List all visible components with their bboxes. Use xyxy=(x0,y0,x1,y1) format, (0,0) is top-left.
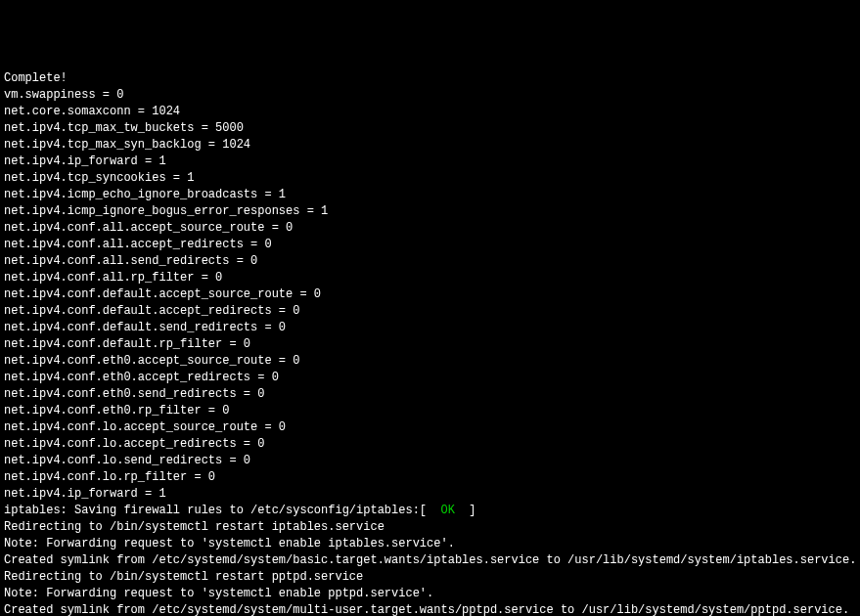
iptables-suffix: ] xyxy=(455,504,476,517)
terminal-line: net.ipv4.conf.all.accept_source_route = … xyxy=(4,220,860,237)
terminal-line: vm.swappiness = 0 xyxy=(4,87,860,104)
terminal-line: net.ipv4.tcp_max_syn_backlog = 1024 xyxy=(4,137,860,154)
terminal-line: net.ipv4.ip_forward = 1 xyxy=(4,486,860,503)
terminal-line: net.ipv4.conf.lo.send_redirects = 0 xyxy=(4,453,860,469)
terminal-line: net.ipv4.conf.eth0.accept_source_route =… xyxy=(4,353,860,370)
terminal-line: Note: Forwarding request to 'systemctl e… xyxy=(4,586,860,602)
terminal-line: net.ipv4.tcp_max_tw_buckets = 5000 xyxy=(4,120,860,137)
terminal-line: Note: Forwarding request to 'systemctl e… xyxy=(4,536,860,552)
terminal-line: Complete! xyxy=(4,70,860,87)
terminal-line: net.ipv4.conf.default.accept_source_rout… xyxy=(4,286,860,303)
terminal-line: Created symlink from /etc/systemd/system… xyxy=(4,552,860,569)
terminal-line: net.ipv4.conf.all.send_redirects = 0 xyxy=(4,253,860,270)
terminal-line: Redirecting to /bin/systemctl restart ip… xyxy=(4,519,860,536)
terminal-line: net.ipv4.icmp_echo_ignore_broadcasts = 1 xyxy=(4,187,860,203)
terminal-line: net.ipv4.conf.default.send_redirects = 0 xyxy=(4,320,860,336)
terminal-line: net.ipv4.icmp_ignore_bogus_error_respons… xyxy=(4,203,860,220)
terminal-line: net.ipv4.conf.eth0.send_redirects = 0 xyxy=(4,386,860,403)
terminal-line: net.ipv4.conf.all.rp_filter = 0 xyxy=(4,270,860,286)
terminal-line: net.ipv4.tcp_syncookies = 1 xyxy=(4,170,860,187)
terminal-line: Created symlink from /etc/systemd/system… xyxy=(4,602,860,616)
ok-status: OK xyxy=(440,504,454,517)
terminal-line: net.ipv4.conf.default.accept_redirects =… xyxy=(4,303,860,320)
terminal-line: net.ipv4.conf.eth0.rp_filter = 0 xyxy=(4,403,860,419)
terminal-line: net.ipv4.conf.lo.rp_filter = 0 xyxy=(4,469,860,486)
iptables-prefix: iptables: Saving firewall rules to /etc/… xyxy=(4,504,440,517)
terminal-output[interactable]: Complete!vm.swappiness = 0net.core.somax… xyxy=(4,70,860,616)
terminal-line: net.ipv4.conf.lo.accept_redirects = 0 xyxy=(4,436,860,453)
terminal-line: net.ipv4.conf.all.accept_redirects = 0 xyxy=(4,237,860,253)
terminal-line: net.ipv4.ip_forward = 1 xyxy=(4,154,860,170)
terminal-line: net.ipv4.conf.eth0.accept_redirects = 0 xyxy=(4,370,860,386)
terminal-line: net.ipv4.conf.default.rp_filter = 0 xyxy=(4,336,860,353)
terminal-line: net.core.somaxconn = 1024 xyxy=(4,104,860,120)
terminal-line: net.ipv4.conf.lo.accept_source_route = 0 xyxy=(4,419,860,436)
terminal-line: Redirecting to /bin/systemctl restart pp… xyxy=(4,569,860,586)
iptables-status-line: iptables: Saving firewall rules to /etc/… xyxy=(4,503,860,519)
